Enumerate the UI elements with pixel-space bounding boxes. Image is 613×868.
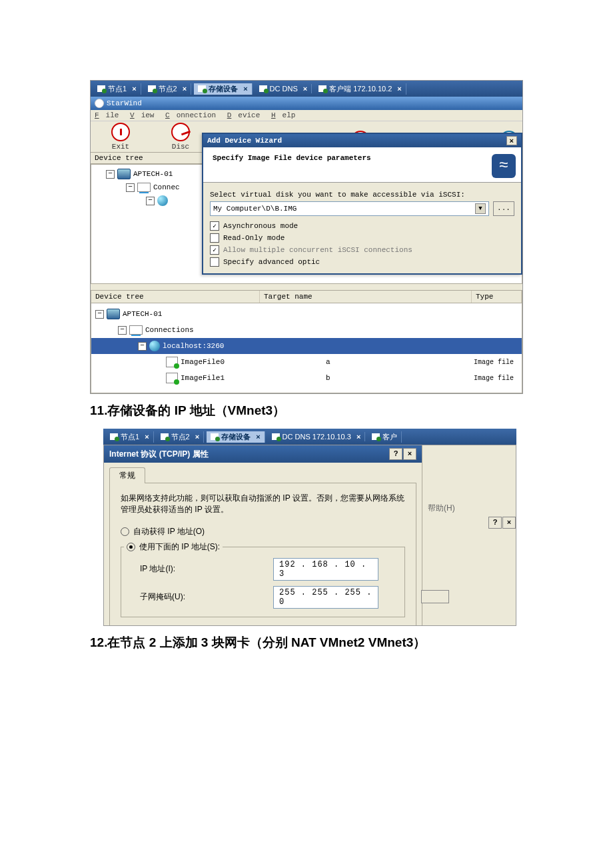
close-icon[interactable]: × — [397, 85, 401, 93]
monitor-icon — [272, 433, 280, 440]
disk-path-value: My Computer\D\B.IMG — [213, 205, 297, 213]
checkbox-icon[interactable] — [210, 245, 219, 255]
close-icon[interactable]: × — [243, 85, 247, 93]
help-link[interactable]: 帮助(H) — [428, 503, 455, 513]
monitor-icon — [97, 85, 105, 92]
imagefile-icon — [166, 357, 178, 367]
opt-async-row[interactable]: Asynchronous mode — [210, 221, 514, 231]
tab-node2[interactable]: 节点2× — [144, 83, 192, 95]
menu-connection[interactable]: Connection — [165, 111, 216, 119]
add-device-wizard: Add Device Wizard × Specify Image File d… — [202, 133, 522, 275]
table-row[interactable]: ImageFile0 a Image file — [91, 354, 522, 370]
close-icon[interactable]: × — [132, 85, 136, 93]
col-type[interactable]: Type — [472, 291, 522, 303]
dialog-close-button[interactable]: × — [502, 517, 516, 529]
collapse-icon[interactable]: − — [106, 170, 115, 179]
radio-icon[interactable] — [121, 527, 129, 536]
chevron-down-icon[interactable]: ▼ — [475, 203, 486, 214]
vm-tabbar-1: 节点1× 节点2× 存储设备× DC DNS× 客户端 172.10.10.2× — [91, 81, 522, 97]
close-icon[interactable]: × — [195, 433, 199, 441]
table-row[interactable]: −APTECH-01 — [91, 306, 522, 322]
window-title: StarWind — [107, 99, 142, 107]
app-icon — [95, 99, 104, 108]
opt-readonly-row[interactable]: Read-Only mode — [210, 233, 514, 243]
dialog-title-text: Internet 协议 (TCP/IP) 属性 — [109, 449, 209, 460]
tab-storage[interactable]: 存储设备× — [207, 431, 265, 443]
toolbar-exit[interactable]: Exit — [91, 123, 151, 151]
wizard-body: Select virtual disk you want to make acc… — [203, 183, 521, 273]
subnet-mask-input[interactable]: 255 . 255 . 255 . 0 — [273, 586, 378, 609]
grid-header: Device tree Target name Type — [91, 291, 522, 303]
checkbox-icon[interactable] — [210, 233, 219, 243]
tab-client[interactable]: 客户端 172.10.10.2× — [314, 83, 406, 95]
tab-storage[interactable]: 存储设备× — [194, 83, 252, 95]
dialog-body: 如果网络支持此功能，则可以获取自动指派的 IP 设置。否则，您需要从网络系统管理… — [109, 483, 416, 626]
menu-file[interactable]: File — [95, 111, 119, 119]
tab-node2[interactable]: 节点2× — [157, 431, 205, 443]
monitor-icon — [198, 85, 206, 92]
checkbox-icon[interactable] — [210, 257, 219, 267]
collapse-icon[interactable]: − — [126, 183, 135, 192]
ip-address-input[interactable]: 192 . 168 . 10 . 3 — [273, 558, 378, 581]
tab-node1[interactable]: 节点1× — [106, 431, 154, 443]
dialog-description: 如果网络支持此功能，则可以获取自动指派的 IP 设置。否则，您需要从网络系统管理… — [121, 493, 405, 515]
opt-adv-row[interactable]: Specify advanced optic — [210, 257, 514, 267]
col-device-tree[interactable]: Device tree — [91, 291, 260, 303]
dialog-tabset: 常规 — [104, 463, 422, 483]
wizard-header: Specify Image File device parameters ≈ — [203, 147, 521, 183]
menu-help[interactable]: Help — [271, 111, 295, 119]
disk-path-combo[interactable]: My Computer\D\B.IMG ▼ — [210, 201, 489, 216]
wizard-title-text: Add Device Wizard — [207, 137, 282, 145]
menu-view[interactable]: View — [130, 111, 154, 119]
tab-dc-dns[interactable]: DC DNS 172.10.10.3× — [268, 432, 366, 441]
radio-use-ip[interactable]: 使用下面的 IP 地址(S): — [127, 541, 220, 553]
doc-heading-12: 12.在节点 2 上添加 3 块网卡（分别 NAT VMnet2 VMnet3） — [90, 634, 523, 651]
opt-multi-row[interactable]: Allow multiple concurrent iSCSI connecti… — [210, 245, 514, 255]
wizard-close-button[interactable]: × — [506, 136, 517, 145]
imagefile-icon — [166, 373, 178, 383]
monitor-icon — [318, 85, 326, 92]
radio-icon[interactable] — [127, 543, 135, 551]
collapse-icon[interactable]: − — [138, 342, 147, 351]
tab-node1[interactable]: 节点1× — [93, 83, 141, 95]
dialog-help-button[interactable]: ? — [488, 517, 502, 529]
close-icon[interactable]: × — [145, 433, 149, 441]
menubar: File View Connection Device Help — [91, 110, 522, 121]
dialog-close-button[interactable]: × — [403, 448, 416, 460]
close-icon[interactable]: × — [356, 433, 360, 441]
monitor-icon — [110, 433, 118, 440]
partial-box — [421, 590, 449, 603]
close-icon[interactable]: × — [183, 85, 187, 93]
dialog-help-button[interactable]: ? — [389, 448, 402, 460]
wizard-titlebar: Add Device Wizard × — [203, 134, 521, 147]
collapse-icon[interactable]: − — [118, 326, 127, 335]
table-row[interactable]: −Connections — [91, 322, 522, 338]
monitor-icon — [148, 85, 156, 92]
browse-button[interactable]: ... — [493, 201, 514, 216]
disconnect-icon — [171, 123, 190, 141]
close-icon[interactable]: × — [303, 85, 307, 93]
vm-tabbar-2: 节点1× 节点2× 存储设备× DC DNS 172.10.10.3× 客户 — [103, 429, 516, 445]
side-panel: 帮助(H) ? × — [422, 445, 516, 625]
globe-icon — [149, 341, 160, 351]
tab-client-partial[interactable]: 客户 — [368, 431, 402, 443]
collapse-icon[interactable]: − — [146, 197, 155, 205]
ip-address-label: IP 地址(I): — [124, 563, 247, 575]
table-row-selected[interactable]: −localhost:3260 — [91, 338, 522, 354]
tab-dc-dns[interactable]: DC DNS× — [255, 84, 312, 93]
subnet-mask-label: 子网掩码(U): — [124, 591, 247, 603]
table-row[interactable]: ImageFile1 b Image file — [91, 370, 522, 386]
col-target-name[interactable]: Target name — [260, 291, 472, 303]
close-icon[interactable]: × — [256, 433, 260, 441]
menu-device[interactable]: Device — [227, 111, 261, 119]
collapse-icon[interactable]: − — [95, 310, 104, 319]
radio-auto-ip[interactable]: 自动获得 IP 地址(O) — [121, 526, 405, 537]
checkbox-icon[interactable] — [210, 221, 219, 231]
screenshot-starwind: 节点1× 节点2× 存储设备× DC DNS× 客户端 172.10.10.2×… — [90, 80, 523, 394]
monitor-icon — [161, 433, 169, 440]
tcpip-dialog: Internet 协议 (TCP/IP) 属性 ? × 常规 如果网络支持此功能… — [104, 445, 422, 625]
network-icon — [129, 325, 143, 335]
tab-general[interactable]: 常规 — [109, 467, 145, 483]
grid-body: −APTECH-01 −Connections −localhost:3260 … — [91, 303, 522, 393]
wave-icon: ≈ — [492, 154, 516, 178]
